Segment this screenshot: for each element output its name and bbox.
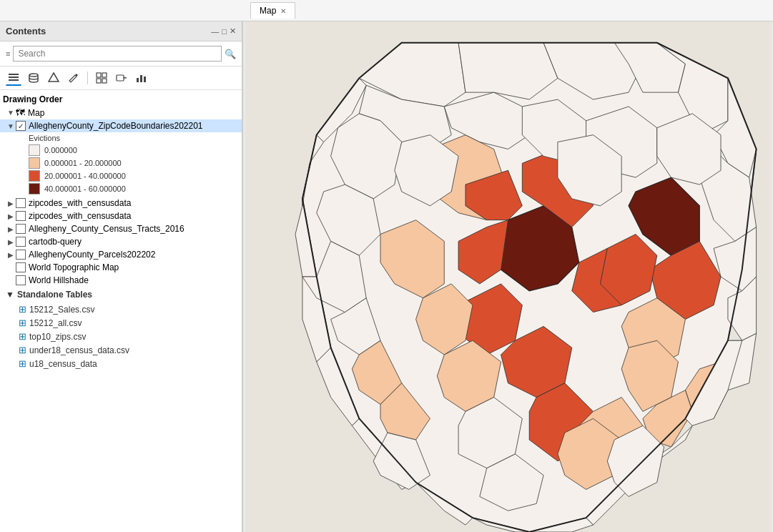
parcels-arrow[interactable]: ▶	[6, 251, 16, 259]
standalone-arrow[interactable]: ▼	[6, 290, 14, 300]
zip-expand-arrow[interactable]: ▼	[6, 122, 16, 130]
toolbar-sep1	[87, 72, 88, 84]
table-label-u18: u18_census_data	[29, 359, 97, 369]
legend-label-0: 0.000000	[44, 146, 77, 154]
tree-item-map[interactable]: ▼ 🗺 Map	[0, 106, 242, 119]
table-grid-icon-sales: ⊞	[19, 304, 26, 315]
restore-btn[interactable]: □	[222, 27, 227, 36]
svg-point-3	[29, 74, 38, 77]
toolbar	[0, 66, 242, 90]
table-grid-icon-under18: ⊞	[19, 345, 26, 355]
world-hillshade-label: World Hillshade	[29, 275, 239, 285]
zipcodes1-arrow[interactable]: ▶	[6, 200, 16, 207]
cartodb-checkbox[interactable]	[16, 237, 26, 247]
legend-swatch-1	[29, 157, 40, 169]
legend-item-2: 20.000001 - 40.000000	[26, 169, 242, 182]
search-input[interactable]	[13, 46, 222, 61]
panel-title: Contents	[6, 26, 46, 36]
cartodb-label: cartodb-query	[29, 237, 239, 247]
map-svg	[243, 21, 773, 532]
tree-item-allegheny-zip[interactable]: ▼ ✓ AlleghenyCounty_ZipCodeBoundaries202…	[0, 119, 242, 132]
drawing-order-label: Drawing Order	[0, 93, 242, 106]
census-checkbox[interactable]	[16, 224, 26, 234]
table-grid-icon-top10: ⊞	[19, 331, 26, 342]
panel-controls: — □ ✕	[211, 26, 236, 36]
filter-icon: ≡	[6, 49, 10, 58]
world-topo-label: World Topographic Map	[29, 262, 239, 272]
table-item-all[interactable]: ⊞ 15212_all.csv	[0, 316, 242, 330]
table-label-under18: under18_census_data.csv	[29, 345, 129, 355]
legend-swatch-3	[29, 183, 40, 194]
contents-tree: Drawing Order ▼ 🗺 Map ▼ ✓ AlleghenyCount…	[0, 90, 242, 532]
world-topo-checkbox[interactable]	[16, 262, 26, 272]
zipcodes2-label: zipcodes_with_censusdata	[29, 211, 239, 221]
contents-panel: Contents — □ ✕ ≡ 🔍	[0, 21, 243, 532]
map-label: Map	[28, 108, 239, 118]
table-grid-icon-u18: ⊞	[19, 358, 26, 369]
top-bar: Map ✕	[0, 0, 773, 21]
parcels-label: AlleghenyCounty_Parcels202202	[29, 250, 239, 260]
panel-header: Contents — □ ✕	[0, 21, 242, 41]
legend-title: Evictions	[26, 134, 242, 142]
zip-label: AlleghenyCounty_ZipCodeBoundaries202201	[29, 121, 239, 131]
tree-item-cartodb[interactable]: ▶ cartodb-query	[0, 235, 242, 248]
zip-checkbox[interactable]: ✓	[16, 121, 26, 131]
table-grid-icon-all: ⊞	[19, 317, 26, 328]
legend-section: Evictions 0.000000 0.000001 - 20.000000 …	[0, 132, 242, 197]
world-hillshade-checkbox[interactable]	[16, 275, 26, 285]
grid-icon[interactable]	[94, 70, 109, 86]
map-area[interactable]	[243, 21, 773, 532]
svg-rect-1	[9, 77, 19, 78]
polygon-icon[interactable]	[46, 70, 61, 86]
legend-item-0: 0.000000	[26, 144, 242, 157]
tree-item-world-hillshade[interactable]: World Hillshade	[0, 274, 242, 287]
legend-swatch-0	[29, 144, 40, 156]
tree-item-zipcodes1[interactable]: ▶ zipcodes_with_censusdata	[0, 197, 242, 210]
tree-item-allegheny-census[interactable]: ▶ Allegheny_County_Census_Tracts_2016	[0, 222, 242, 235]
census-label: Allegheny_County_Census_Tracts_2016	[29, 224, 239, 234]
standalone-tables-header: ▼ Standalone Tables	[0, 287, 242, 302]
zipcodes1-label: zipcodes_with_censusdata	[29, 198, 239, 208]
list-view-icon[interactable]	[6, 70, 21, 86]
legend-item-1: 0.000001 - 20.000000	[26, 157, 242, 169]
legend-swatch-2	[29, 170, 40, 182]
search-button[interactable]: 🔍	[225, 49, 236, 59]
zipcodes2-checkbox[interactable]	[16, 211, 26, 221]
search-bar: ≡ 🔍	[0, 41, 242, 66]
legend-item-3: 40.000001 - 60.000000	[26, 182, 242, 195]
svg-rect-12	[144, 77, 146, 82]
map-tab-label: Map	[260, 6, 276, 16]
standalone-tables-label: Standalone Tables	[17, 290, 92, 300]
zipcodes1-checkbox[interactable]	[16, 198, 26, 208]
svg-rect-5	[97, 73, 101, 77]
tree-item-world-topo[interactable]: World Topographic Map	[0, 261, 242, 274]
zipcodes2-arrow[interactable]: ▶	[6, 212, 16, 220]
legend-label-1: 0.000001 - 20.000000	[44, 159, 122, 167]
legend-label-2: 20.000001 - 40.000000	[44, 172, 126, 180]
table-item-sales[interactable]: ⊞ 15212_Sales.csv	[0, 302, 242, 316]
census-arrow[interactable]: ▶	[6, 225, 16, 233]
legend-label-3: 40.000001 - 60.000000	[44, 184, 126, 193]
cartodb-arrow[interactable]: ▶	[6, 238, 16, 246]
tree-item-parcels[interactable]: ▶ AlleghenyCounty_Parcels202202	[0, 248, 242, 261]
table-item-top10[interactable]: ⊞ top10_zips.csv	[0, 330, 242, 343]
chart-icon[interactable]	[134, 70, 149, 86]
parcels-checkbox[interactable]	[16, 250, 26, 260]
map-tab-close[interactable]: ✕	[280, 7, 286, 15]
map-icon: 🗺	[16, 107, 25, 118]
svg-rect-10	[137, 78, 139, 82]
table-item-u18[interactable]: ⊞ u18_census_data	[0, 357, 242, 370]
database-view-icon[interactable]	[26, 70, 41, 86]
table-label-all: 15212_all.csv	[29, 318, 82, 328]
close-btn[interactable]: ✕	[230, 26, 236, 36]
tree-item-zipcodes2[interactable]: ▶ zipcodes_with_censusdata	[0, 210, 242, 222]
svg-rect-9	[117, 75, 124, 81]
tag-icon[interactable]	[114, 70, 129, 86]
svg-rect-0	[9, 74, 19, 75]
svg-rect-8	[102, 79, 107, 83]
pencil-icon[interactable]	[66, 70, 82, 86]
map-expand-arrow[interactable]: ▼	[6, 109, 16, 117]
map-tab[interactable]: Map ✕	[250, 2, 295, 19]
table-item-under18[interactable]: ⊞ under18_census_data.csv	[0, 343, 242, 357]
minimize-btn[interactable]: —	[211, 27, 219, 36]
